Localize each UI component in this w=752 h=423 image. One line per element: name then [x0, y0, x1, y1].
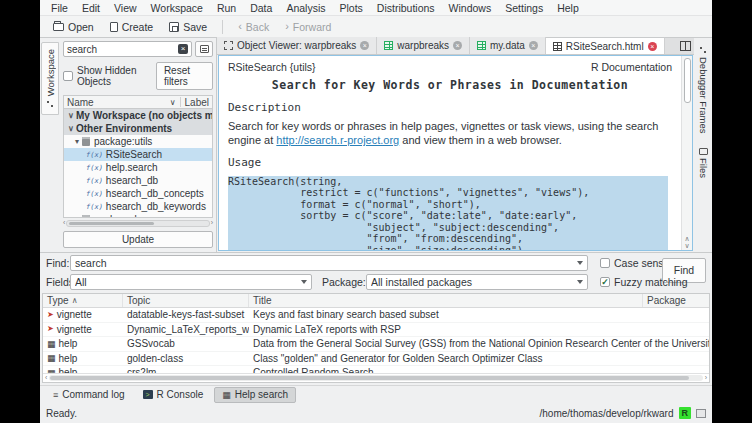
menu-settings[interactable]: Settings: [498, 1, 550, 15]
debugger-frames-dock-tab[interactable]: Debugger Frames: [694, 42, 712, 138]
forward-button-label: Forward: [293, 21, 332, 33]
menu-plots[interactable]: Plots: [332, 1, 369, 15]
close-tab-icon[interactable]: ×: [529, 41, 538, 50]
create-button[interactable]: Create: [103, 19, 161, 35]
object-search-field[interactable]: ×: [63, 41, 192, 57]
clear-search-icon[interactable]: ×: [178, 44, 188, 54]
back-button-label: Back: [246, 21, 269, 33]
column-header-title[interactable]: Title: [249, 294, 643, 307]
menu-file[interactable]: File: [44, 1, 75, 15]
results-rows: ➤vignette datatable-keys-fast-subset Key…: [43, 308, 709, 373]
column-header-topic[interactable]: Topic: [123, 294, 249, 307]
scroll-left-icon[interactable]: ‹: [63, 219, 65, 227]
document-vertical-scrollbar[interactable]: ∧∨: [681, 56, 692, 250]
sort-caret-icon: ∨: [170, 98, 176, 107]
help-icon: ▦: [47, 354, 56, 362]
tab-object-viewer-warpbreaks[interactable]: Object Viewer: warpbreaks ×: [217, 37, 377, 54]
menu-view[interactable]: View: [107, 1, 144, 15]
column-header-type[interactable]: Type ∧: [43, 294, 123, 307]
tree-item-hsearch-db[interactable]: f(x) hsearch_db: [64, 174, 212, 187]
filter-options-button[interactable]: [195, 41, 213, 57]
package-dropdown[interactable]: All installed packages: [366, 274, 588, 290]
menu-edit[interactable]: Edit: [75, 1, 107, 15]
tree-column-header[interactable]: Name ∨ Label: [63, 95, 213, 109]
expand-icon[interactable]: ▾: [72, 137, 82, 146]
scroll-left-icon[interactable]: ‹: [45, 374, 47, 382]
menu-workspace[interactable]: Workspace: [144, 1, 210, 15]
results-horizontal-scrollbar[interactable]: ‹ ›: [43, 373, 709, 382]
tree-item-help-search[interactable]: f(x) help.search: [64, 161, 212, 174]
tree-group-my-workspace[interactable]: ∨ My Workspace (no objects matching filt…: [64, 109, 212, 122]
menu-run[interactable]: Run: [210, 1, 243, 15]
find-combobox[interactable]: search: [70, 255, 588, 271]
tree-group-other-environments[interactable]: ∨ Other Environments: [64, 122, 212, 135]
menu-help[interactable]: Help: [550, 1, 586, 15]
r-console-tab[interactable]: > R Console: [136, 387, 211, 403]
close-tab-icon[interactable]: ×: [453, 41, 462, 50]
close-tab-icon[interactable]: ×: [648, 42, 657, 51]
save-floppy-icon: [169, 22, 179, 32]
search-r-project-link[interactable]: http://search.r-project.org: [276, 134, 399, 146]
scroll-right-icon[interactable]: ›: [705, 374, 707, 382]
update-button[interactable]: Update: [63, 231, 213, 248]
help-search-label: Help search: [235, 389, 288, 400]
usage-code-block[interactable]: RSiteSearch(string, restrict = c("functi…: [228, 176, 672, 251]
search-results-table: Type ∧ Topic Title Package ➤vignette dat…: [42, 293, 710, 383]
tree-item-package-base[interactable]: ▸ package:base: [64, 213, 212, 218]
table-row[interactable]: ▦help GSSvocab Data from the General Soc…: [43, 337, 709, 352]
menu-analysis[interactable]: Analysis: [279, 1, 332, 15]
table-row[interactable]: ➤vignette datatable-keys-fast-subset Key…: [43, 308, 709, 323]
scrollbar-thumb[interactable]: [50, 376, 688, 380]
save-button[interactable]: Save: [162, 19, 214, 35]
chevron-down-icon[interactable]: [577, 261, 583, 265]
files-folder-icon: [699, 148, 708, 155]
column-divider[interactable]: [180, 97, 181, 107]
fields-dropdown[interactable]: All: [70, 274, 312, 290]
close-tab-icon[interactable]: ×: [360, 41, 369, 50]
tab-my-data[interactable]: my.data ×: [470, 37, 546, 54]
forward-button[interactable]: › Forward: [278, 19, 338, 35]
scrollbar-thumb[interactable]: [684, 58, 691, 103]
files-dock-tab[interactable]: Files: [694, 144, 712, 182]
status-indicator-icon[interactable]: [696, 409, 706, 418]
open-button[interactable]: Open: [46, 19, 101, 35]
expand-icon[interactable]: ▸: [72, 215, 82, 218]
rkward-window: File Edit View Workspace Run Data Analys…: [40, 0, 712, 423]
table-row[interactable]: ➤vignette Dynamic_LaTeX_reports_with_RSP…: [43, 323, 709, 338]
tree-item-hsearch-db-keywords[interactable]: f(x) hsearch_db_keywords: [64, 200, 212, 213]
scrollbar-arrows[interactable]: ∧∨: [682, 235, 692, 249]
chevron-down-icon[interactable]: [301, 280, 307, 284]
table-row[interactable]: ▦help golden-class Class "golden" and Ge…: [43, 352, 709, 367]
tab-rsitesearch-html[interactable]: RSiteSearch.html ×: [546, 37, 665, 54]
workspace-dock-tab[interactable]: Workspace: [41, 42, 59, 115]
command-log-tab[interactable]: ≡ Command log: [46, 387, 132, 403]
scrollbar-thumb[interactable]: [69, 222, 154, 225]
r-engine-status-badge[interactable]: R: [679, 407, 692, 419]
menu-data[interactable]: Data: [243, 1, 279, 15]
column-header-package[interactable]: Package: [643, 294, 709, 307]
tree-horizontal-scrollbar[interactable]: ‹ ›: [63, 219, 213, 227]
tree-item-rsitesearch[interactable]: f(x) RSiteSearch: [64, 148, 212, 161]
back-button[interactable]: ‹ Back: [231, 19, 276, 35]
reset-filters-button[interactable]: Reset filters: [156, 62, 213, 90]
split-view-icon[interactable]: [680, 41, 691, 51]
tree-item-package-utils[interactable]: ▾ package:utils: [64, 135, 212, 148]
scroll-right-icon[interactable]: ›: [211, 219, 213, 227]
menu-distributions[interactable]: Distributions: [370, 1, 442, 15]
collapse-icon[interactable]: ∨: [66, 111, 76, 120]
collapse-icon[interactable]: ∨: [66, 124, 76, 133]
help-search-tab[interactable]: ▦ Help search: [214, 387, 296, 403]
case-sensitive-checkbox[interactable]: [600, 258, 610, 268]
table-row[interactable]: ▦help crs2lm Controlled Random Search nl…: [43, 366, 709, 373]
show-hidden-checkbox[interactable]: [63, 71, 73, 81]
workspace-dock-tab-label: Workspace: [45, 49, 56, 96]
fuzzy-matching-checkbox[interactable]: ✓: [600, 277, 610, 287]
object-search-input[interactable]: [67, 44, 178, 55]
tree-item-label: RSiteSearch: [106, 149, 162, 160]
toolbar-separator: [222, 20, 223, 34]
chevron-down-icon[interactable]: [577, 280, 583, 284]
tab-warpbreaks[interactable]: warpbreaks ×: [377, 37, 470, 54]
tree-item-hsearch-db-concepts[interactable]: f(x) hsearch_db_concepts: [64, 187, 212, 200]
menu-windows[interactable]: Windows: [442, 1, 499, 15]
function-icon: f(x): [86, 190, 103, 198]
